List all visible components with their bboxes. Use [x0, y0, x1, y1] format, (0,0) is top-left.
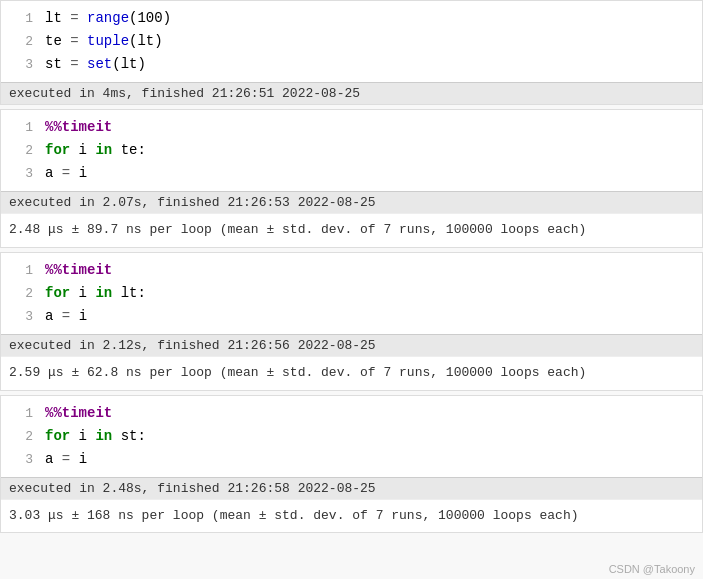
line-number: 2: [9, 427, 33, 447]
line-content: %%timeit: [45, 403, 694, 424]
line-content: %%timeit: [45, 260, 694, 281]
line-content: for i in st:: [45, 426, 694, 447]
token: in: [95, 428, 112, 444]
token: lt:: [112, 285, 146, 301]
token: i: [79, 308, 87, 324]
token: tuple: [87, 33, 129, 49]
token: range: [87, 10, 129, 26]
line-number: 3: [9, 55, 33, 75]
status-bar: executed in 4ms, finished 21:26:51 2022-…: [1, 82, 702, 104]
code-line: 2te = tuple(lt): [1, 30, 702, 53]
token: i: [70, 285, 95, 301]
code-line: 3 a = i: [1, 162, 702, 185]
token: =: [62, 10, 87, 26]
code-line: 3 a = i: [1, 448, 702, 471]
code-line: 1lt = range(100): [1, 7, 702, 30]
line-content: st = set(lt): [45, 54, 694, 75]
code-line: 1%%timeit: [1, 116, 702, 139]
status-bar: executed in 2.07s, finished 21:26:53 202…: [1, 191, 702, 213]
token: =: [62, 33, 87, 49]
code-line: 2for i in lt:: [1, 282, 702, 305]
line-number: 2: [9, 141, 33, 161]
token: st:: [112, 428, 146, 444]
token: i: [79, 451, 87, 467]
token: (lt): [112, 56, 146, 72]
output-line: 2.48 μs ± 89.7 ns per loop (mean ± std. …: [1, 213, 702, 247]
token: lt: [45, 10, 62, 26]
token: set: [87, 56, 112, 72]
line-content: for i in te:: [45, 140, 694, 161]
code-block-4: 1%%timeit2for i in st:3 a = i: [1, 396, 702, 477]
line-number: 3: [9, 307, 33, 327]
token: i: [70, 428, 95, 444]
code-line: 1%%timeit: [1, 259, 702, 282]
line-number: 1: [9, 404, 33, 424]
line-content: te = tuple(lt): [45, 31, 694, 52]
token: i: [70, 142, 95, 158]
code-block-2: 1%%timeit2for i in te:3 a = i: [1, 110, 702, 191]
line-number: 2: [9, 32, 33, 52]
token: %%timeit: [45, 119, 112, 135]
status-bar: executed in 2.48s, finished 21:26:58 202…: [1, 477, 702, 499]
status-bar: executed in 2.12s, finished 21:26:56 202…: [1, 334, 702, 356]
line-number: 1: [9, 261, 33, 281]
token: %%timeit: [45, 405, 112, 421]
token: =: [62, 56, 87, 72]
line-content: a = i: [45, 306, 694, 327]
line-number: 1: [9, 9, 33, 29]
cell-2: 1%%timeit2for i in te:3 a = iexecuted in…: [0, 109, 703, 248]
token: te:: [112, 142, 146, 158]
token: te: [45, 33, 62, 49]
token: for: [45, 285, 70, 301]
line-content: lt = range(100): [45, 8, 694, 29]
code-line: 3 a = i: [1, 305, 702, 328]
token: =: [53, 308, 78, 324]
token: st: [45, 56, 62, 72]
cell-1: 1lt = range(100)2te = tuple(lt)3st = set…: [0, 0, 703, 105]
code-line: 3st = set(lt): [1, 53, 702, 76]
line-content: a = i: [45, 449, 694, 470]
token: i: [79, 165, 87, 181]
token: %%timeit: [45, 262, 112, 278]
code-block-1: 1lt = range(100)2te = tuple(lt)3st = set…: [1, 1, 702, 82]
token: =: [53, 451, 78, 467]
line-number: 3: [9, 450, 33, 470]
token: for: [45, 428, 70, 444]
cell-3: 1%%timeit2for i in lt:3 a = iexecuted in…: [0, 252, 703, 391]
output-line: 2.59 μs ± 62.8 ns per loop (mean ± std. …: [1, 356, 702, 390]
token: (100): [129, 10, 171, 26]
line-number: 2: [9, 284, 33, 304]
code-block-3: 1%%timeit2for i in lt:3 a = i: [1, 253, 702, 334]
code-line: 2for i in st:: [1, 425, 702, 448]
code-line: 1%%timeit: [1, 402, 702, 425]
cell-4: 1%%timeit2for i in st:3 a = iexecuted in…: [0, 395, 703, 534]
token: (lt): [129, 33, 163, 49]
token: =: [53, 165, 78, 181]
line-content: %%timeit: [45, 117, 694, 138]
notebook: 1lt = range(100)2te = tuple(lt)3st = set…: [0, 0, 703, 533]
code-line: 2for i in te:: [1, 139, 702, 162]
line-content: a = i: [45, 163, 694, 184]
output-line: 3.03 μs ± 168 ns per loop (mean ± std. d…: [1, 499, 702, 533]
token: in: [95, 285, 112, 301]
token: in: [95, 142, 112, 158]
line-number: 1: [9, 118, 33, 138]
line-number: 3: [9, 164, 33, 184]
line-content: for i in lt:: [45, 283, 694, 304]
token: for: [45, 142, 70, 158]
